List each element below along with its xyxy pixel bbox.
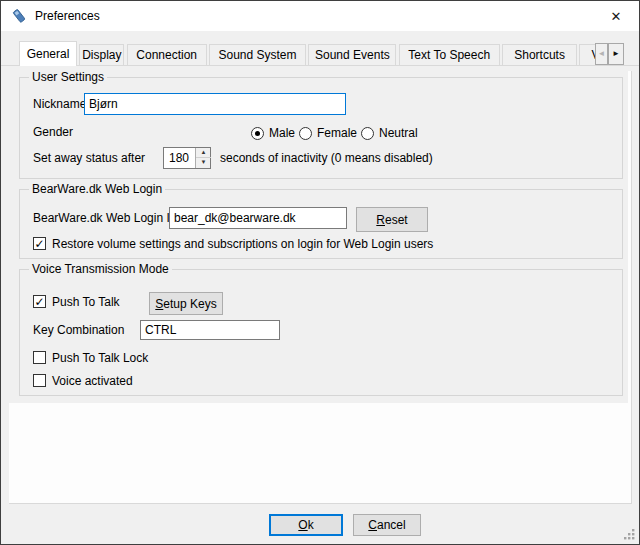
spinbox-arrows: ▲ ▼: [195, 148, 210, 168]
key-combination-input[interactable]: [140, 320, 280, 340]
push-to-talk-checkbox[interactable]: ✓: [33, 295, 46, 308]
group-web-login-title: BearWare.dk Web Login: [29, 182, 165, 197]
voice-activated-label[interactable]: Voice activated: [52, 374, 133, 389]
cancel-button-label: C: [368, 518, 377, 532]
web-login-id-label: BearWare.dk Web Login ID: [33, 211, 178, 226]
check-icon: ✓: [34, 295, 44, 309]
away-seconds-value: 180: [169, 151, 189, 165]
tab-text-to-speech[interactable]: Text To Speech: [399, 44, 500, 65]
setup-keys-label-rest: etup Keys: [163, 297, 216, 311]
push-to-talk-label[interactable]: Push To Talk: [52, 295, 120, 310]
tab-scroll-right-button[interactable]: ►: [608, 43, 624, 65]
gender-radio-male[interactable]: [251, 127, 264, 140]
radio-dot-icon: [255, 131, 260, 136]
reset-button-label: R: [376, 213, 385, 227]
push-to-talk-lock-checkbox[interactable]: [33, 351, 46, 364]
tab-connection[interactable]: Connection: [127, 44, 207, 65]
tab-sound-events[interactable]: Sound Events: [308, 44, 396, 65]
ok-button-label: O: [298, 518, 307, 532]
group-user-settings-title: User Settings: [29, 70, 107, 85]
web-login-id-input[interactable]: [169, 207, 347, 229]
restore-volume-label[interactable]: Restore volume settings and subscription…: [52, 237, 433, 252]
nickname-label: Nickname: [33, 97, 86, 112]
away-seconds-spinbox[interactable]: 180 ▲ ▼: [163, 147, 211, 169]
gender-radio-neutral[interactable]: [361, 127, 374, 140]
spin-down-icon: ▼: [201, 159, 207, 165]
reset-button-label-rest: eset: [385, 213, 408, 227]
away-status-suffix: seconds of inactivity (0 means disabled): [220, 151, 433, 166]
tab-bar: General Display Connection Sound System …: [19, 41, 595, 66]
tab-sound-system[interactable]: Sound System: [209, 44, 306, 65]
restore-volume-checkbox[interactable]: ✓: [33, 237, 46, 250]
preferences-dialog: Preferences ✕ General Display Connection…: [0, 0, 640, 545]
resize-grip[interactable]: [623, 528, 635, 540]
check-icon: ✓: [34, 237, 44, 251]
gender-female-label[interactable]: Female: [317, 126, 357, 141]
spin-up-icon: ▲: [201, 149, 207, 155]
key-combination-label: Key Combination: [33, 323, 124, 338]
push-to-talk-lock-label[interactable]: Push To Talk Lock: [52, 351, 148, 366]
tab-display[interactable]: Display: [79, 44, 124, 65]
gender-radio-female[interactable]: [299, 127, 312, 140]
spin-up-button[interactable]: ▲: [196, 148, 211, 158]
tab-scroll-right-icon: ►: [612, 49, 620, 58]
app-icon: [11, 8, 27, 24]
gender-label: Gender: [33, 125, 73, 140]
spin-down-button[interactable]: ▼: [196, 158, 211, 168]
setup-keys-button[interactable]: Setup Keys: [149, 292, 223, 315]
tab-shortcuts[interactable]: Shortcuts: [502, 44, 577, 65]
voice-activated-checkbox[interactable]: [33, 374, 46, 387]
cancel-button[interactable]: Cancel: [353, 514, 421, 536]
tab-general[interactable]: General: [19, 41, 77, 66]
nickname-input[interactable]: [84, 93, 346, 115]
titlebar[interactable]: Preferences ✕: [1, 1, 639, 31]
gender-male-label[interactable]: Male: [269, 126, 295, 141]
close-button[interactable]: ✕: [593, 1, 639, 31]
tab-scroll-left-button[interactable]: ◄: [595, 43, 608, 65]
close-icon: ✕: [611, 9, 622, 24]
reset-button[interactable]: Reset: [356, 207, 428, 232]
away-status-label: Set away status after: [33, 151, 145, 166]
ok-button[interactable]: Ok: [269, 514, 343, 536]
tab-scroll-left-icon: ◄: [598, 49, 606, 58]
ok-button-label-rest: k: [308, 518, 314, 532]
window-title: Preferences: [35, 9, 100, 23]
cancel-button-label-rest: ancel: [377, 518, 406, 532]
gender-neutral-label[interactable]: Neutral: [379, 126, 418, 141]
tab-video[interactable]: Video: [579, 44, 595, 65]
group-voice-mode-title: Voice Transmission Mode: [29, 262, 172, 277]
